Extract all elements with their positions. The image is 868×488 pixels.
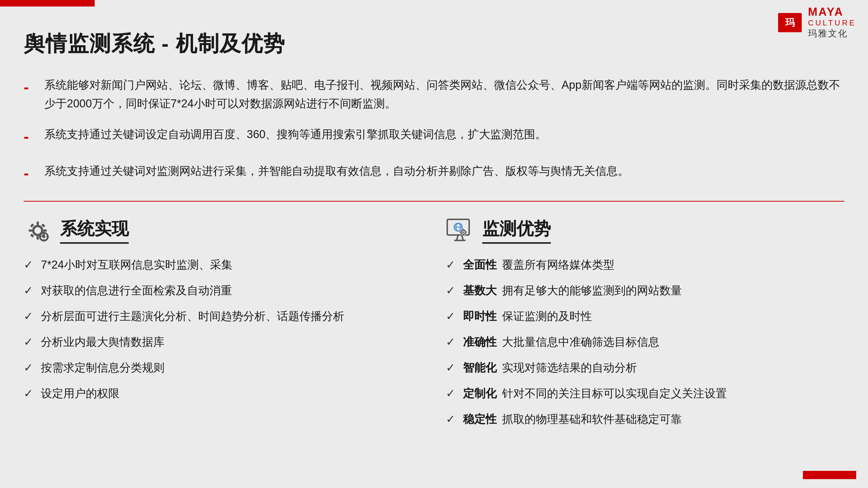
right-column: 监测优势 ✓ 全面性 覆盖所有网络媒体类型 ✓ 基数大 拥有足够大的能够监测到的… <box>446 217 844 436</box>
bullet-item-3: - 系统支持通过关键词对监测网站进行采集，并智能自动提取有效信息，自动分析并剔除… <box>24 162 844 186</box>
right-check-item-3: ✓ 即时性 保证监测的及时性 <box>446 308 844 325</box>
left-item-text-2: 对获取的信息进行全面检索及自动消重 <box>41 282 232 299</box>
section-divider <box>24 201 844 202</box>
bullet-item-1: - 系统能够对新闻门户网站、论坛、微博、博客、贴吧、电子报刊、视频网站、问答类网… <box>24 76 844 113</box>
right-normal-6: 针对不同的关注目标可以实现自定义关注设置 <box>502 385 727 402</box>
right-check-mark-3: ✓ <box>446 308 457 325</box>
right-section-title: 监测优势 <box>482 217 551 244</box>
left-check-list: ✓ 7*24小时对互联网信息实时监测、采集 ✓ 对获取的信息进行全面检索及自动消… <box>24 256 422 402</box>
right-check-item-4: ✓ 准确性 大批量信息中准确筛选目标信息 <box>446 334 844 351</box>
left-item-text-5: 按需求定制信息分类规则 <box>41 359 164 376</box>
check-mark-3: ✓ <box>24 308 35 325</box>
left-check-item-4: ✓ 分析业内最大舆情数据库 <box>24 334 422 351</box>
slide: 玛 MAYA CULTURE 玛雅文化 舆情监测系统 - 机制及优势 - 系统能… <box>0 0 868 488</box>
gear-icon-container <box>24 217 52 245</box>
bullet-dash-3: - <box>24 161 35 186</box>
left-item-text-4: 分析业内最大舆情数据库 <box>41 334 164 351</box>
svg-rect-5 <box>43 229 47 232</box>
monitor-icon <box>446 217 474 245</box>
right-section-header: 监测优势 <box>446 217 844 245</box>
right-bold-2: 基数大 <box>463 282 497 299</box>
bullets-section: - 系统能够对新闻门户网站、论坛、微博、博客、贴吧、电子报刊、视频网站、问答类网… <box>24 76 844 186</box>
svg-rect-26 <box>463 229 464 231</box>
right-check-item-1: ✓ 全面性 覆盖所有网络媒体类型 <box>446 256 844 273</box>
bullet-dash-1: - <box>24 74 35 100</box>
right-check-item-6: ✓ 定制化 针对不同的关注目标可以实现自定义关注设置 <box>446 385 844 402</box>
right-check-item-7: ✓ 稳定性 抓取的物理基础和软件基础稳定可靠 <box>446 411 844 428</box>
bullet-text-3: 系统支持通过关键词对监测网站进行采集，并智能自动提取有效信息，自动分析并剔除广告… <box>44 162 844 181</box>
check-mark-4: ✓ <box>24 334 35 351</box>
right-check-mark-6: ✓ <box>446 385 457 402</box>
svg-rect-4 <box>29 229 32 232</box>
svg-rect-15 <box>46 236 49 238</box>
svg-rect-2 <box>37 222 39 225</box>
bullet-text-1: 系统能够对新闻门户网站、论坛、微博、博客、贴吧、电子报刊、视频网站、问答类网站、… <box>44 76 844 113</box>
left-check-item-1: ✓ 7*24小时对互联网信息实时监测、采集 <box>24 256 422 273</box>
right-normal-3: 保证监测的及时性 <box>502 308 592 325</box>
svg-rect-13 <box>43 239 45 241</box>
left-check-item-3: ✓ 分析层面可进行主题演化分析、时间趋势分析、话题传播分析 <box>24 308 422 325</box>
svg-line-18 <box>462 235 463 240</box>
check-mark-1: ✓ <box>24 256 35 273</box>
left-item-text-3: 分析层面可进行主题演化分析、时间趋势分析、话题传播分析 <box>41 308 344 325</box>
right-check-mark-4: ✓ <box>446 334 457 351</box>
right-normal-7: 抓取的物理基础和软件基础稳定可靠 <box>502 411 682 428</box>
left-section-header: 系统实现 <box>24 217 422 245</box>
left-item-text-1: 7*24小时对互联网信息实时监测、采集 <box>41 256 232 273</box>
right-normal-2: 拥有足够大的能够监测到的网站数量 <box>502 282 682 299</box>
right-normal-1: 覆盖所有网络媒体类型 <box>502 256 615 273</box>
bullet-dash-2: - <box>24 124 35 149</box>
right-check-list: ✓ 全面性 覆盖所有网络媒体类型 ✓ 基数大 拥有足够大的能够监测到的网站数量 … <box>446 256 844 428</box>
check-mark-5: ✓ <box>24 359 35 376</box>
svg-rect-27 <box>463 234 464 236</box>
check-mark-2: ✓ <box>24 282 35 299</box>
svg-rect-29 <box>465 232 467 233</box>
right-bold-5: 智能化 <box>463 359 497 376</box>
svg-line-17 <box>457 235 458 240</box>
check-mark-6: ✓ <box>24 385 35 402</box>
left-check-item-6: ✓ 设定用户的权限 <box>24 385 422 402</box>
logo-sub: CULTURE <box>808 18 856 28</box>
right-normal-4: 大批量信息中准确筛选目标信息 <box>502 334 659 351</box>
gear-icon <box>24 217 52 245</box>
left-item-text-6: 设定用户的权限 <box>41 385 120 402</box>
bullet-item-2: - 系统支持通过关键词设定自动调用百度、360、搜狗等通用搜索引擎抓取关键词信息… <box>24 125 844 149</box>
right-bold-4: 准确性 <box>463 334 497 351</box>
right-check-mark-5: ✓ <box>446 359 457 376</box>
main-content: 舆情监测系统 - 机制及优势 - 系统能够对新闻门户网站、论坛、微博、博客、贴吧… <box>24 30 844 436</box>
two-columns: 系统实现 ✓ 7*24小时对互联网信息实时监测、采集 ✓ 对获取的信息进行全面检… <box>24 217 844 436</box>
svg-rect-14 <box>39 236 41 238</box>
right-bold-1: 全面性 <box>463 256 497 273</box>
right-check-mark-7: ✓ <box>446 411 457 428</box>
svg-rect-3 <box>37 236 39 239</box>
svg-rect-12 <box>43 232 45 234</box>
right-check-mark-2: ✓ <box>446 282 457 299</box>
right-bold-3: 即时性 <box>463 308 497 325</box>
svg-rect-28 <box>460 232 462 233</box>
monitor-icon-container <box>446 217 474 245</box>
svg-point-11 <box>42 235 45 238</box>
logo-brand: MAYA <box>808 6 844 18</box>
right-bold-6: 定制化 <box>463 385 497 402</box>
right-check-mark-1: ✓ <box>446 256 457 273</box>
bottom-bar <box>803 471 856 479</box>
svg-point-25 <box>462 231 464 233</box>
left-check-item-2: ✓ 对获取的信息进行全面检索及自动消重 <box>24 282 422 299</box>
right-bold-7: 稳定性 <box>463 411 497 428</box>
svg-text:玛: 玛 <box>785 17 795 28</box>
page-title: 舆情监测系统 - 机制及优势 <box>24 30 844 58</box>
top-bar <box>0 0 95 6</box>
right-check-item-2: ✓ 基数大 拥有足够大的能够监测到的网站数量 <box>446 282 844 299</box>
bullet-text-2: 系统支持通过关键词设定自动调用百度、360、搜狗等通用搜索引擎抓取关键词信息，扩… <box>44 125 844 144</box>
left-column: 系统实现 ✓ 7*24小时对互联网信息实时监测、采集 ✓ 对获取的信息进行全面检… <box>24 217 422 436</box>
left-check-item-5: ✓ 按需求定制信息分类规则 <box>24 359 422 376</box>
right-normal-5: 实现对筛选结果的自动分析 <box>502 359 637 376</box>
right-check-item-5: ✓ 智能化 实现对筛选结果的自动分析 <box>446 359 844 376</box>
left-section-title: 系统实现 <box>60 217 129 244</box>
